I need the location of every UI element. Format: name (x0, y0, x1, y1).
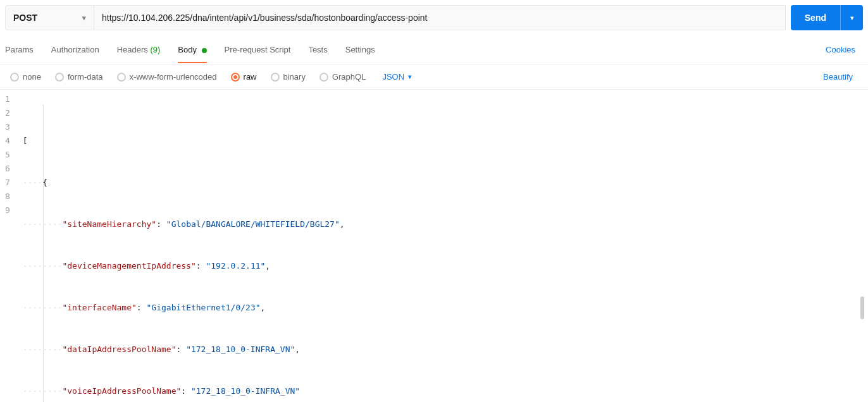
body-form-data[interactable]: form-data (55, 72, 103, 82)
radio-icon (271, 73, 280, 82)
body-format-value: JSON (382, 72, 404, 82)
beautify-button[interactable]: Beautify (823, 72, 858, 82)
body-none[interactable]: none (10, 72, 41, 82)
body-modified-dot (202, 48, 207, 53)
method-value: POST (13, 13, 37, 23)
send-button[interactable]: Send ▾ (791, 5, 863, 30)
radio-icon (117, 73, 126, 82)
tab-params[interactable]: Params (5, 45, 34, 54)
send-label: Send (791, 13, 840, 23)
pane-resize-handle[interactable] (860, 296, 864, 319)
code-area[interactable]: [ ····{ ········"siteNameHierarchy": "Gl… (20, 90, 868, 402)
chevron-down-icon: ▾ (82, 14, 86, 22)
tab-body[interactable]: Body (178, 45, 206, 54)
body-raw[interactable]: raw (231, 72, 257, 82)
radio-icon (319, 73, 328, 82)
tab-headers-label: Headers (117, 45, 148, 54)
line-gutter: 123456789 (0, 90, 20, 402)
body-binary[interactable]: binary (271, 72, 306, 82)
tab-pre-request[interactable]: Pre-request Script (225, 45, 291, 54)
send-dropdown[interactable]: ▾ (840, 5, 863, 30)
url-input[interactable] (94, 5, 786, 30)
method-select[interactable]: POST ▾ (5, 5, 94, 30)
tab-body-label: Body (178, 45, 197, 54)
body-urlencoded[interactable]: x-www-form-urlencoded (117, 72, 217, 82)
body-graphql[interactable]: GraphQL (319, 72, 366, 82)
radio-icon (55, 73, 64, 82)
chevron-down-icon: ▾ (408, 73, 412, 81)
tab-headers[interactable]: Headers (9) (117, 45, 161, 54)
request-body-editor[interactable]: 123456789 [ ····{ ········"siteNameHiera… (0, 90, 868, 402)
cookies-link[interactable]: Cookies (826, 45, 863, 54)
tab-headers-count: (9) (150, 45, 160, 54)
body-format-select[interactable]: JSON ▾ (382, 72, 412, 82)
tab-authorization[interactable]: Authorization (51, 45, 99, 54)
tab-settings[interactable]: Settings (345, 45, 375, 54)
radio-icon (10, 73, 19, 82)
radio-icon (231, 73, 240, 82)
tab-tests[interactable]: Tests (308, 45, 327, 54)
